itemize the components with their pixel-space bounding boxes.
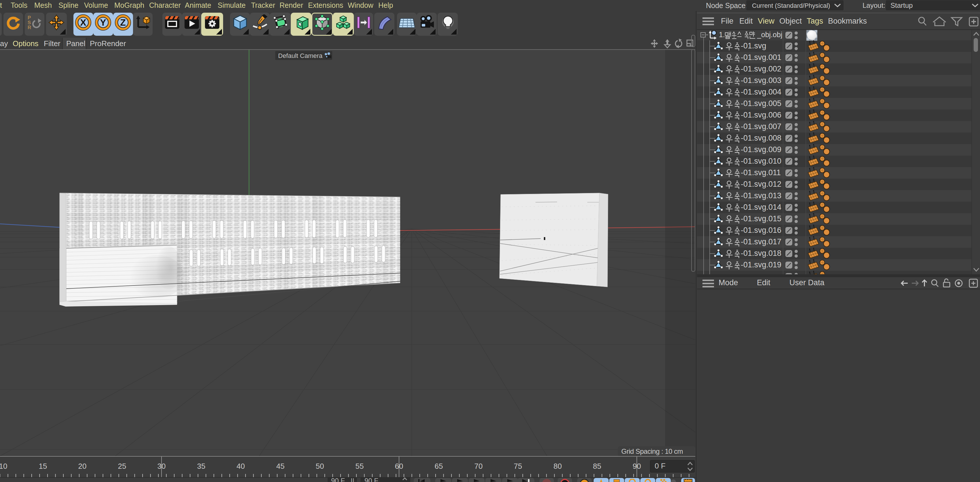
svg-text:70: 70 [474,462,483,471]
svg-text:Y: Y [100,17,106,28]
svg-text:40: 40 [237,462,245,471]
svg-text:10: 10 [0,462,7,471]
svg-text:65: 65 [435,462,443,471]
svg-text:X: X [80,17,86,28]
svg-text:R: R [28,25,31,30]
svg-text:25: 25 [118,462,126,471]
svg-text:15: 15 [39,462,47,471]
svg-text:20: 20 [78,462,87,471]
svg-text:55: 55 [356,462,364,471]
svg-text:85: 85 [593,462,601,471]
svg-text:Z: Z [120,17,126,28]
svg-text:50: 50 [316,462,324,471]
svg-text:80: 80 [554,462,562,471]
svg-text:45: 45 [276,462,285,471]
svg-text:35: 35 [197,462,205,471]
svg-text:75: 75 [514,462,522,471]
